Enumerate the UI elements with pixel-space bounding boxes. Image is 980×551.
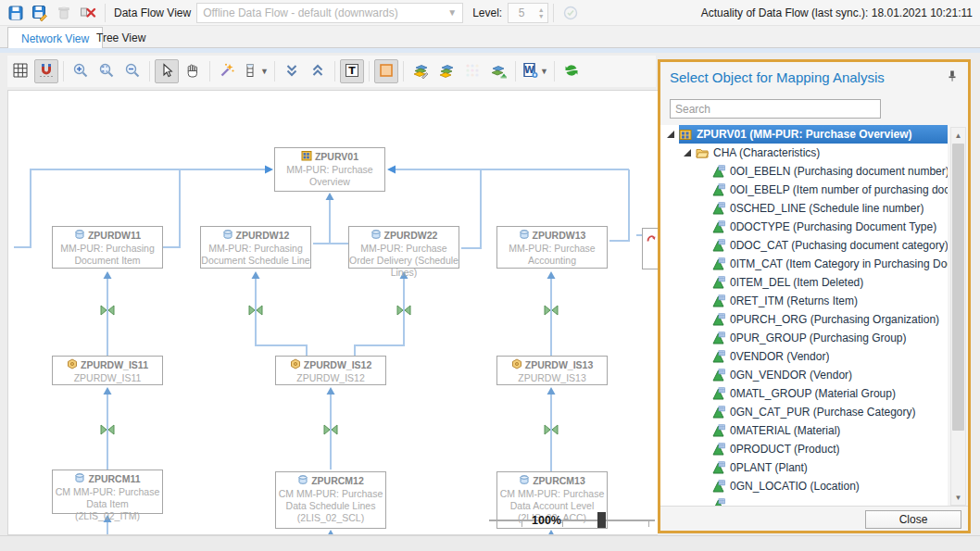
diagram-node-ZPURV01[interactable]: ZPURV01 MM-PUR: Purchase Overview [274,147,385,192]
tree-expander-icon[interactable] [666,130,675,139]
diagram-node-ZPURDW_IS12[interactable]: ZPURDW_IS12 ZPURDW_IS12 [275,356,386,385]
zoom-fit-button[interactable] [94,59,119,83]
composite-icon [679,128,692,141]
node-label: MM-PUR: Purchase Overview [275,164,384,188]
tree-item-label: 0GN_LOCATIO (Location) [730,480,860,493]
zoom-slider-handle[interactable] [597,512,606,528]
scrollbar-thumb[interactable] [952,144,964,431]
grid-button[interactable] [8,59,32,83]
tree-item-0plant[interactable]: 0PLANT (Plant) [660,458,948,477]
save-edit-button[interactable] [28,2,52,24]
scroll-down-icon[interactable]: ▼ [951,490,965,505]
dots-grid-button[interactable] [460,59,484,83]
node-id: ZPURV01 [315,151,358,163]
tab-tree-view[interactable]: Tree View [83,28,158,48]
layers-image-button[interactable] [486,59,510,83]
layers-button[interactable] [434,59,459,83]
char-icon [712,443,725,456]
diagram-node-ZPURDW_IS11[interactable]: ZPURDW_IS11 ZPURDW_IS11 [52,356,163,385]
diagram-node-ZPURDW13[interactable]: ZPURDW13 MM-PUR: Purchase Accounting [496,226,608,269]
diagram-node-ZPURDW12[interactable]: ZPURDW12 MM-PUR: Purchasing Document Sch… [200,226,311,269]
layers-icon [438,62,455,81]
transformation-valve-icon [101,425,114,434]
tree-item-0doc_cat[interactable]: 0DOC_CAT (Puchasing document category) [660,236,948,255]
char-icon [712,498,725,506]
network-diagram-canvas[interactable]: ZPURV01 MM-PUR: Purchase OverviewZPURDW1… [7,90,658,535]
tree-indent [699,370,709,380]
tree-item-0vendor[interactable]: 0VENDOR (Vendor) [660,347,948,366]
char-icon [712,165,725,178]
tree-item-0gn_cat_pur[interactable]: 0GN_CAT_PUR (Purchase Category) [660,403,948,421]
tree-item-0product[interactable]: 0PRODUCT (Product) [660,440,948,458]
tree-item-0oi_ebeln[interactable]: 0OI_EBELN (Purchasing document number) [660,162,948,181]
tree-item-clipped[interactable] [660,495,948,506]
dso-icon [297,474,308,488]
tree-indent [699,482,709,491]
tree-item-0purch_org[interactable]: 0PURCH_ORG (Purchasing Organization) [660,310,948,329]
diagram-node-clipped[interactable] [642,228,658,269]
tree-item-0gn_locatio[interactable]: 0GN_LOCATIO (Location) [660,477,948,495]
transformation-valve-icon [545,425,558,434]
refresh-button[interactable] [559,59,584,83]
tree-expander-icon[interactable] [683,148,692,157]
char-icon [712,294,725,307]
tree-item-0pur_group[interactable]: 0PUR_GROUP (Purchasing Group) [660,329,948,347]
collapse-all-up-button[interactable] [306,59,330,83]
tree-item-0oi_ebelp[interactable]: 0OI_EBELP (Item number of purchasing doc… [660,181,948,199]
auto-layout-wand-button[interactable] [215,59,239,83]
snap-magnet-button[interactable] [34,59,58,83]
select-cursor-button[interactable] [155,59,179,83]
node-label: CM MM-PUR: Purchase Data Schedule Lines … [276,488,385,524]
word-export-button[interactable]: W▼ [521,59,549,83]
tree-item-0itm_cat[interactable]: 0ITM_CAT (Item Category in Purchasing Do… [660,255,948,273]
diagram-node-ZPURCM13[interactable]: ZPURCM13 CM MM-PUR: Purchase Data Accoun… [496,471,608,529]
layers-edit-button[interactable] [408,59,433,83]
tree-item-0sched_line[interactable]: 0SCHED_LINE (Schedule line number) [660,199,948,218]
separator [369,61,370,81]
spinner-arrows-icon[interactable]: ▲▼ [534,6,547,19]
scroll-up-icon[interactable]: ▲ [951,128,965,143]
tree-item-0material[interactable]: 0MATERIAL (Material) [660,421,948,440]
diagram-node-ZPURDW22[interactable]: ZPURDW22 MM-PUR: Purchase Order Delivery… [348,226,459,269]
delete-trash-button[interactable] [52,2,76,24]
diagram-node-ZPURCM12[interactable]: ZPURCM12 CM MM-PUR: Purchase Data Schedu… [275,471,386,529]
text-tool-button[interactable]: T [340,59,364,83]
tree-indent [699,426,709,435]
node-label: ZPURDW_IS11 [53,372,162,384]
diagram-node-ZPURCM11[interactable]: ZPURCM11 CM MM-PUR: Purchase Data Item (… [52,470,163,514]
text-tool-icon: T [344,62,360,81]
dots-grid-icon [464,62,481,81]
pan-hand-button[interactable] [181,59,205,83]
diagram-node-ZPURDW11[interactable]: ZPURDW11 MM-PUR: Purchasing Document Ite… [52,226,163,269]
grid-icon [12,62,29,81]
swimlane-button[interactable]: ▼ [241,59,270,83]
level-spinner[interactable]: 5 ▲▼ [508,3,548,23]
separator [554,61,555,81]
node-id: ZPURDW_IS13 [525,359,594,371]
expand-all-down-button[interactable] [280,59,304,83]
char-icon [712,276,725,289]
close-button[interactable]: Close [865,510,961,529]
tree-item-0ret_itm[interactable]: 0RET_ITM (Returns Item) [660,292,948,310]
tree-item-zpurv01[interactable]: ZPURV01 (MM-PUR: Purchase Overview) [660,125,948,144]
zoom-in-button[interactable] [69,59,93,83]
tree-item-0matl_group[interactable]: 0MATL_GROUP (Material Group) [660,384,948,403]
highlight-frame-button[interactable] [374,59,398,83]
remove-data-flow-button[interactable] [76,2,100,24]
zoom-out-button[interactable] [120,59,144,83]
tab-network-view-label: Network View [21,32,89,45]
last-sync-clock-icon[interactable] [559,2,583,24]
tree-item-cha[interactable]: CHA (Characteristics) [660,144,948,162]
data-flow-viewer-window: { "toolbar_top": { "buttons": ["save", "… [0,0,980,551]
tree-item-0doctype[interactable]: 0DOCTYPE (Purchasing Document Type) [660,218,948,236]
collapse-all-up-icon [309,62,326,81]
diagram-node-ZPURDW_IS13[interactable]: ZPURDW_IS13 ZPURDW_IS13 [496,356,608,385]
pin-icon[interactable] [946,69,959,85]
data-flow-combo[interactable]: Offline Data Flow - default (downwards) … [196,3,463,23]
tree-scrollbar[interactable]: ▲ ▼ [950,127,966,506]
search-input[interactable] [670,99,881,119]
tree-item-0item_del[interactable]: 0ITEM_DEL (Item Deleted) [660,273,948,292]
tree-item-0gn_vendor[interactable]: 0GN_VENDOR (Vendor) [660,366,948,384]
node-label: CM MM-PUR: Purchase Data Account Level (… [497,488,607,524]
save-button[interactable] [4,2,28,24]
